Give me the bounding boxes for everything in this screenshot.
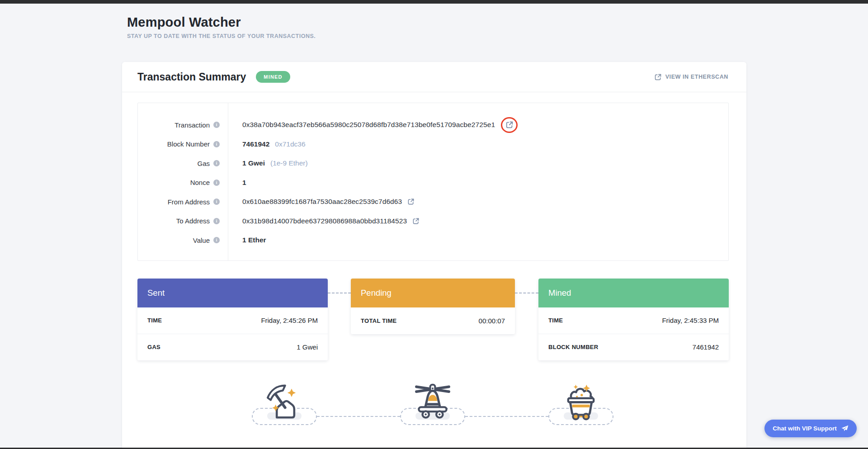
row-label: Block Number	[167, 140, 210, 148]
paper-plane-icon	[841, 425, 849, 432]
etherscan-link-label: VIEW IN ETHERSCAN	[665, 74, 728, 80]
red-circle-annotation	[501, 117, 518, 133]
stage-row: TOTAL TIME 00:00:07	[351, 307, 515, 334]
stage-row-value: 1 Gwei	[297, 343, 318, 351]
info-icon[interactable]: i	[213, 180, 220, 186]
block-number-value: 7461942	[242, 140, 269, 148]
table-row-to-address: To Address i 0x31b98d14007bdee6372980869…	[138, 212, 728, 231]
table-row-gas: Gas i 1 Gwei (1e-9 Ether)	[138, 154, 728, 173]
minecart-icon	[561, 381, 601, 421]
info-icon[interactable]: i	[213, 122, 220, 128]
timeline-stage-mined: Mined TIME Friday, 2:45:33 PM BLOCK NUMB…	[538, 279, 729, 360]
nonce-value: 1	[242, 179, 246, 187]
block-number-hex: 0x71dc36	[275, 140, 305, 148]
stage-connector	[515, 293, 538, 293]
info-icon[interactable]: i	[213, 237, 220, 243]
pickaxe-rock-icon	[265, 383, 303, 421]
gas-ether-equivalent: (1e-9 Ether)	[270, 159, 308, 167]
chat-button-label: Chat with VIP Support	[773, 425, 837, 432]
table-row-from-address: From Address i 0x610ae88399fc1687fa7530a…	[138, 192, 728, 212]
row-label: Transaction	[175, 121, 210, 129]
stage-row-value: Friday, 2:45:33 PM	[662, 317, 719, 324]
timeline-stage-sent: Sent TIME Friday, 2:45:26 PM GAS 1 Gwei	[137, 279, 328, 360]
page-header: Mempool Watcher STAY UP TO DATE WITH THE…	[127, 15, 316, 39]
row-label: Nonce	[190, 179, 210, 186]
stage-row-label: BLOCK NUMBER	[548, 344, 598, 350]
row-label: Value	[193, 236, 210, 244]
info-icon[interactable]: i	[213, 160, 220, 166]
stage-row: TIME Friday, 2:45:26 PM	[137, 307, 328, 334]
transaction-details-table: Transaction i 0x38a70b943eacf37eb566a598…	[137, 103, 729, 261]
stage-row-label: TIME	[147, 317, 162, 324]
table-row-transaction: Transaction i 0x38a70b943eacf37eb566a598…	[138, 115, 728, 135]
to-address-external-link-icon[interactable]	[412, 217, 420, 225]
stage-row: TIME Friday, 2:45:33 PM	[538, 307, 729, 334]
row-label: To Address	[176, 217, 210, 225]
window-top-bar	[0, 0, 868, 4]
row-label: From Address	[168, 198, 210, 206]
info-icon[interactable]: i	[213, 141, 220, 147]
table-row-block-number: Block Number i 7461942 0x71dc36	[138, 135, 728, 154]
from-address-external-link-icon[interactable]	[407, 198, 415, 205]
ether-value: 1 Ether	[242, 236, 266, 244]
stage-header-sent: Sent	[137, 279, 328, 307]
gas-value: 1 Gwei	[242, 159, 265, 167]
transaction-summary-card: Transaction Summary MINED VIEW IN ETHERS…	[122, 62, 746, 449]
info-icon[interactable]: i	[213, 199, 220, 205]
page-subtitle: STAY UP TO DATE WITH THE STATUS OF YOUR …	[127, 33, 316, 39]
to-address-value: 0x31b98d14007bdee637298086988a0bbd311845…	[242, 217, 407, 225]
stage-row-value: Friday, 2:45:26 PM	[261, 317, 318, 324]
stage-header-pending: Pending	[351, 279, 515, 307]
pill-connector	[317, 416, 400, 417]
view-in-etherscan-link[interactable]: VIEW IN ETHERSCAN	[654, 73, 728, 81]
info-icon[interactable]: i	[213, 218, 220, 224]
stage-header-mined: Mined	[538, 279, 729, 307]
transaction-external-link-icon[interactable]	[505, 121, 514, 129]
stage-row: BLOCK NUMBER 7461942	[538, 334, 729, 361]
stage-row-value: 7461942	[693, 343, 719, 351]
stage-row-label: TOTAL TIME	[361, 317, 397, 324]
column-divider	[228, 103, 228, 260]
pill-connector	[465, 416, 548, 417]
row-label: Gas	[197, 160, 210, 167]
stage-row-label: TIME	[548, 317, 563, 324]
page-title: Mempool Watcher	[127, 15, 316, 30]
stage-row-label: GAS	[147, 344, 160, 350]
card-header: Transaction Summary MINED VIEW IN ETHERS…	[122, 62, 746, 92]
table-row-value: Value i 1 Ether	[138, 231, 728, 250]
table-row-nonce: Nonce i 1	[138, 173, 728, 193]
chat-vip-support-button[interactable]: Chat with VIP Support	[764, 420, 857, 437]
handcar-icon	[409, 380, 456, 421]
from-address-value: 0x610ae88399fc1687fa7530aac28ec2539c7d6d…	[242, 198, 402, 206]
stage-row-value: 00:00:07	[479, 317, 505, 325]
status-badge: MINED	[256, 71, 290, 83]
external-link-icon	[654, 73, 662, 81]
transaction-hash: 0x38a70b943eacf37eb566a5980c25078d68fb7d…	[242, 121, 495, 129]
timeline-stage-pending: Pending TOTAL TIME 00:00:07	[351, 279, 515, 334]
stage-row: GAS 1 Gwei	[137, 334, 328, 361]
stage-connector	[328, 293, 351, 293]
card-title: Transaction Summary	[137, 71, 246, 83]
